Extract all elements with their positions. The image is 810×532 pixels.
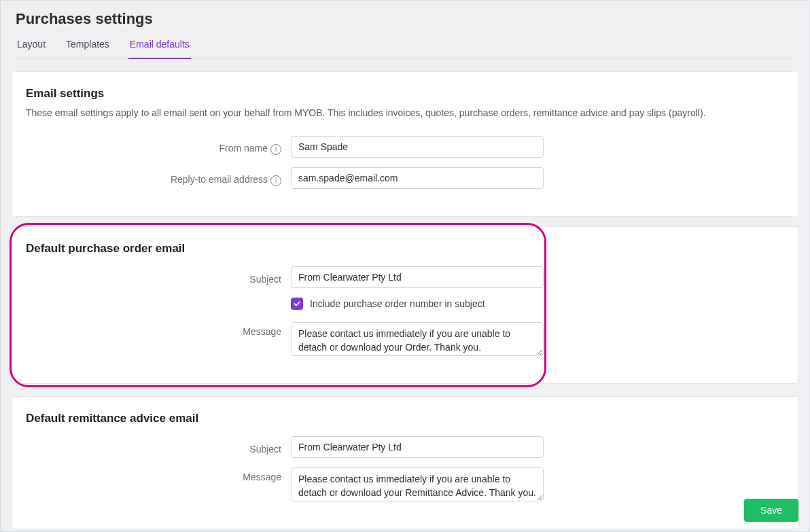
from-name-input[interactable] <box>291 136 544 158</box>
reply-to-label: Reply-to email address <box>171 174 268 185</box>
email-settings-title: Email settings <box>26 87 784 101</box>
reply-to-input[interactable] <box>291 167 544 189</box>
tabs-wrap: Layout Templates Email defaults <box>1 32 809 59</box>
remit-message-textarea[interactable] <box>291 467 544 501</box>
remit-message-label: Message <box>26 467 291 482</box>
from-name-label-col: From name i <box>26 139 291 155</box>
remittance-email-card: Default remittance advice email Subject … <box>12 396 798 529</box>
from-name-label: From name <box>219 143 268 154</box>
from-name-row: From name i <box>26 136 784 158</box>
po-message-label: Message <box>26 322 291 337</box>
footer: Save <box>744 499 798 522</box>
include-po-number-label: Include purchase order number in subject <box>310 298 485 309</box>
include-po-number-checkbox[interactable] <box>291 298 303 310</box>
info-icon[interactable]: i <box>270 175 281 186</box>
purchase-order-email-title: Default purchase order email <box>26 242 784 255</box>
save-button[interactable]: Save <box>744 499 798 522</box>
reply-to-row: Reply-to email address i <box>26 167 784 189</box>
email-settings-card: Email settings These email settings appl… <box>12 71 798 217</box>
po-subject-row: Subject <box>26 266 784 288</box>
remit-subject-label: Subject <box>26 440 291 455</box>
email-settings-desc: These email settings apply to all email … <box>26 107 784 118</box>
remittance-email-title: Default remittance advice email <box>26 412 784 425</box>
include-po-number-row: Include purchase order number in subject <box>291 298 784 310</box>
info-icon[interactable]: i <box>270 144 281 155</box>
po-subject-input[interactable] <box>291 266 544 288</box>
tab-layout[interactable]: Layout <box>16 32 47 58</box>
tab-templates[interactable]: Templates <box>65 32 111 58</box>
po-message-row: Message <box>26 322 784 356</box>
remit-subject-row: Subject <box>26 436 784 458</box>
remit-message-row: Message <box>26 467 784 501</box>
tabs: Layout Templates Email defaults <box>16 32 794 59</box>
tab-email-defaults[interactable]: Email defaults <box>128 32 191 59</box>
po-subject-label: Subject <box>26 270 291 285</box>
reply-to-label-col: Reply-to email address i <box>26 170 291 186</box>
remit-subject-input[interactable] <box>291 436 544 458</box>
po-message-textarea[interactable] <box>291 322 544 356</box>
purchase-order-email-card: Default purchase order email Subject Inc… <box>12 226 798 384</box>
check-icon <box>293 300 301 308</box>
page-title: Purchases settings <box>1 1 809 32</box>
